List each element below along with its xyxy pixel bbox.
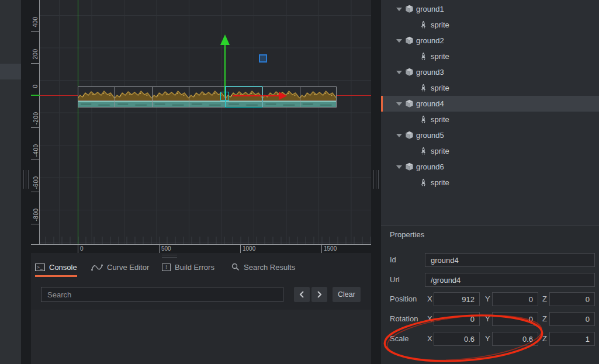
tree-row-ground3[interactable]: ground3 [381,64,599,80]
sprite-icon [420,115,427,124]
tree-row-ground1[interactable]: ground1 [381,1,599,17]
expander-caret-icon[interactable] [396,71,402,74]
expander-caret-icon[interactable] [396,165,402,169]
tab-label: Console [49,263,77,272]
ground-sprite-strip[interactable] [78,86,337,108]
position-label: Position [390,292,417,306]
ruler-label: 400 [31,13,40,30]
tree-row-sprite-child[interactable]: sprite [381,143,599,159]
cube-icon [405,68,414,77]
sprite-icon [420,52,427,61]
id-field[interactable] [425,253,595,267]
ruler-label: -800 [31,206,40,223]
ruler-tick [31,31,40,32]
right-pane-divider[interactable] [371,0,381,364]
expander-caret-icon[interactable] [396,134,402,137]
sprite-icon [420,84,427,92]
tree-row-sprite-child[interactable]: sprite [381,80,599,96]
position-y-field[interactable] [492,292,538,306]
tab-curve-editor[interactable]: Curve Editor [91,259,149,275]
tree-item-label: sprite [431,147,449,155]
console-output-area[interactable] [31,310,371,364]
position-x-field[interactable] [434,292,480,306]
tab-console[interactable]: >_ Console [35,259,77,275]
ruler-label: -600 [31,174,40,191]
selection-origin-handle[interactable] [220,92,229,100]
left-pane-divider[interactable] [21,0,31,364]
prev-result-button[interactable] [294,287,310,302]
tree-row-sprite-child[interactable]: sprite [381,175,599,190]
tree-row-ground5[interactable]: ground5 [381,127,599,143]
rotation-x-field[interactable] [434,312,480,326]
scale-z-field[interactable] [549,332,595,346]
left-resize-grip-icon[interactable] [23,170,29,189]
scale-x-field[interactable] [434,332,480,346]
rotation-z-field[interactable] [549,312,595,326]
tree-row-sprite-child[interactable]: sprite [381,17,599,33]
tree-item-label: sprite [431,20,449,29]
expander-caret-icon[interactable] [396,39,402,43]
bottom-panel: >_ Console Curve Editor ! Build Errors S… [31,253,371,364]
panel-resize-grip-icon[interactable] [162,255,177,258]
tree-row-sprite-child[interactable]: sprite [381,112,599,127]
tree-row-sprite-child[interactable]: sprite [381,48,599,64]
z-axis-letter: Z [542,292,547,306]
position-z-field[interactable] [549,292,595,306]
search-icon [231,263,240,271]
cube-icon [405,5,414,13]
scale-y-field[interactable] [492,332,538,346]
y-axis-letter: Y [485,332,490,346]
scene-viewport[interactable] [40,0,371,244]
tree-item-label: ground5 [416,131,444,140]
world-y-axis-line [78,0,78,244]
build-errors-icon: ! [162,264,171,271]
tree-item-label: sprite [431,115,449,124]
id-label: Id [390,253,396,267]
horizontal-ruler: 0 500 1000 1500 [31,244,371,253]
move-gizmo-y-arrowhead-icon[interactable] [220,34,230,45]
tree-item-label: sprite [431,178,449,187]
ruler-label: -200 [31,109,40,127]
sprite-icon [420,178,427,187]
ruler-origin-marker [31,95,40,96]
tree-row-ground6[interactable]: ground6 [381,159,599,175]
ruler-tick [159,245,160,254]
clear-button[interactable]: Clear [333,287,361,302]
tree-item-label: ground3 [416,68,444,77]
ruler-tick [31,192,40,192]
tree-item-label: sprite [431,84,449,92]
x-axis-letter: X [427,312,432,326]
tab-build-errors[interactable]: ! Build Errors [162,259,214,275]
z-axis-letter: Z [542,312,547,326]
terminal-icon: >_ [35,264,45,271]
ruler-tick [31,63,40,64]
cube-icon [405,131,414,140]
properties-title: Properties [390,230,424,239]
ruler-label: 0 [80,245,84,252]
curve-icon [91,264,103,271]
expander-caret-icon[interactable] [396,8,402,11]
y-axis-letter: Y [485,312,490,326]
search-input[interactable] [41,287,283,302]
ruler-tick [31,224,40,224]
tree-item-label: ground4 [416,99,444,108]
cube-icon [405,36,414,45]
right-resize-grip-icon[interactable] [373,170,379,189]
sprite-icon [420,147,427,155]
move-gizmo-x-arrowhead-icon[interactable] [279,92,287,100]
url-field[interactable] [425,273,595,287]
ruler-label: 1000 [243,245,255,252]
left-sidebar-item[interactable] [0,64,21,79]
tree-row-ground4[interactable]: ground4 [381,96,599,112]
rotation-label: Rotation [390,312,418,326]
move-gizmo-plane-handle[interactable] [259,54,267,63]
ruler-tick [240,245,241,254]
properties-section: Properties Id Url Position X Y Z Rotatio… [381,226,599,364]
tab-search-results[interactable]: Search Results [231,259,295,275]
next-result-button[interactable] [311,287,327,302]
tree-row-ground2[interactable]: ground2 [381,33,599,48]
expander-caret-icon[interactable] [396,102,402,106]
rotation-y-field[interactable] [492,312,538,326]
ruler-label: 1500 [324,245,337,252]
tree-item-label: ground6 [416,162,444,171]
